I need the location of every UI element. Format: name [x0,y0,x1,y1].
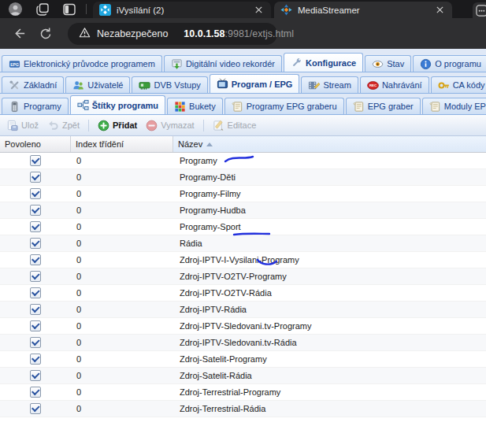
cell-povoleno [0,221,71,232]
row-checkbox-checked[interactable] [30,320,41,331]
cell-nazev: Zdroj-IPTV-O2TV-Rádia [173,288,486,298]
tab-stitky-programu[interactable]: Štítky programu [70,95,165,115]
note-icon [353,101,365,113]
cell-index-trideni: 0 [71,255,173,265]
table-row[interactable]: 0Rádia [0,235,486,252]
table-row[interactable]: 0Programy-Sport [0,219,486,235]
browser-toolbar: Nezabezpečeno 10.0.1.58:9981/extjs.html [0,18,486,49]
tab-digitalni-video-rekorder[interactable]: Digitální video rekordér [164,55,282,72]
tab-programy[interactable]: Programy [2,98,69,114]
tab-label: Program / EPG [232,80,293,89]
tab-bukety[interactable]: Bukety [167,98,223,114]
security-label: Nezabezpečeno [97,28,168,39]
tab-o-programu[interactable]: O programu [413,55,486,72]
table-row[interactable]: 0Zdroj-IPTV-Sledovani.tv-Programy [0,318,486,335]
url-path: :9981/extjs.html [225,28,295,39]
tab-program-epg[interactable]: Program / EPG [210,74,300,94]
browser-pinned-controls [0,2,86,17]
row-checkbox-checked[interactable] [30,337,41,348]
cell-index-trideni: 0 [71,239,173,248]
zpet-button[interactable]: Zpět [44,118,83,133]
row-checkbox-checked[interactable] [30,271,41,282]
row-checkbox-checked[interactable] [30,188,41,199]
browser-tab-mediastreamer[interactable]: MediaStreamer [274,2,452,18]
pridat-button[interactable]: Přidat [95,118,140,133]
table-row[interactable]: 0Zdroj-Satelit-Programy [0,351,486,368]
tab-ca-kody[interactable]: CA kódy [431,76,486,93]
cell-index-trideni: 0 [71,288,173,298]
toolbar-button-label: Editace [228,120,257,130]
column-header-nazev[interactable]: Název [173,136,486,152]
tab-uzivatele[interactable]: Uživatelé [65,76,130,93]
row-checkbox-checked[interactable] [30,238,41,249]
workspaces-icon[interactable] [35,2,50,17]
tab-stav[interactable]: Stav [365,55,411,72]
table-row[interactable]: 0Programy [0,153,486,169]
cell-index-trideni: 0 [71,189,173,198]
cell-nazev: Zdroj-IPTV-I-Vysilani-Programy [173,255,486,265]
row-checkbox-checked[interactable] [30,403,41,414]
key-icon [438,80,450,91]
tab-close-icon[interactable] [252,4,265,17]
url-host: 10.0.1.58 [184,28,224,39]
tab-epg-graber[interactable]: EPG graber [346,98,421,114]
table-row[interactable]: 0Zdroj-IPTV-O2TV-Programy [0,268,486,285]
table-row[interactable]: 0Zdroj-IPTV-Sledovani.tv-Rádia [0,335,486,351]
table-row[interactable]: 0Zdroj-Satelit-Rádia [0,368,486,384]
row-checkbox-checked[interactable] [30,205,41,216]
actions-toolbar: UložZpětPřidatVymazatEditace [0,115,486,136]
table-row[interactable]: 0Zdroj-IPTV-Rádia [0,302,486,318]
check-icon [32,288,39,296]
editace-button[interactable]: Editace [210,118,260,133]
row-checkbox-checked[interactable] [30,370,41,381]
tab-nahravani[interactable]: RECNahrávání [360,76,429,93]
tab-elektronicky-pruvodce-programem[interactable]: EPGElektronický průvodce programem [2,55,162,72]
tab-label: Elektronický průvodce programem [24,59,155,68]
check-icon [32,172,39,180]
row-checkbox-checked[interactable] [30,221,41,232]
back-icon[interactable] [8,23,30,45]
tab-konfigurace[interactable]: Konfigurace [284,53,363,72]
profile-avatar-icon[interactable] [8,2,23,17]
tab-programy-epg-graberu[interactable]: Programy EPG graberu [224,98,344,114]
tab-label: O programu [435,59,481,68]
wrench-icon [291,57,302,68]
row-checkbox-checked[interactable] [30,387,41,398]
row-checkbox-checked[interactable] [30,354,41,365]
cell-index-trideni: 0 [71,172,173,182]
row-checkbox-checked[interactable] [30,254,41,265]
refresh-icon[interactable] [35,23,57,45]
tab-zakladni[interactable]: Základní [2,76,64,93]
tab-close-icon[interactable] [433,4,446,17]
tab-stream[interactable]: Stream [301,76,358,93]
tab-label: EPG graber [368,102,414,111]
cell-povoleno [0,271,71,282]
split-screen-icon[interactable] [62,2,76,17]
row-checkbox-checked[interactable] [30,304,41,315]
tab-dvb-vstupy[interactable]: DVB Vstupy [132,76,207,93]
cell-povoleno [0,337,71,348]
row-checkbox-checked[interactable] [30,172,41,183]
column-header-povoleno[interactable]: Povoleno [0,136,71,152]
table-row[interactable]: 0Programy-Hudba [0,202,486,219]
check-icon [32,222,39,230]
tab-moduly-epg-g[interactable]: Moduly EPG g [422,98,486,114]
table-row[interactable]: 0Zdroj-IPTV-O2TV-Rádia [0,285,486,302]
cell-nazev: Zdroj-Terrestrial-Rádia [173,404,486,413]
row-checkbox-checked[interactable] [30,155,41,166]
column-header-index-trideni[interactable]: Index třídění [71,136,173,152]
note-icon [232,101,243,113]
browser-tab-ivysilani-2[interactable]: iVysílání (2) [93,2,271,18]
table-row[interactable]: 0Zdroj-IPTV-I-Vysilani-Programy [0,252,486,268]
check-icon [32,272,39,280]
table-row[interactable]: 0Zdroj-Terrestrial-Rádia [0,401,486,417]
browser-edge-corner-icon[interactable] [473,2,486,18]
table-row[interactable]: 0Zdroj-Terrestrial-Programy [0,384,486,401]
address-bar[interactable]: Nezabezpečeno 10.0.1.58:9981/extjs.html [68,23,277,45]
uloz-button[interactable]: Ulož [3,118,42,133]
users-icon [72,80,84,91]
table-row[interactable]: 0Programy-Filmy [0,186,486,202]
vymazat-button[interactable]: Vymazat [143,118,197,133]
table-row[interactable]: 0Programy-Děti [0,169,486,186]
row-checkbox-checked[interactable] [30,287,41,298]
